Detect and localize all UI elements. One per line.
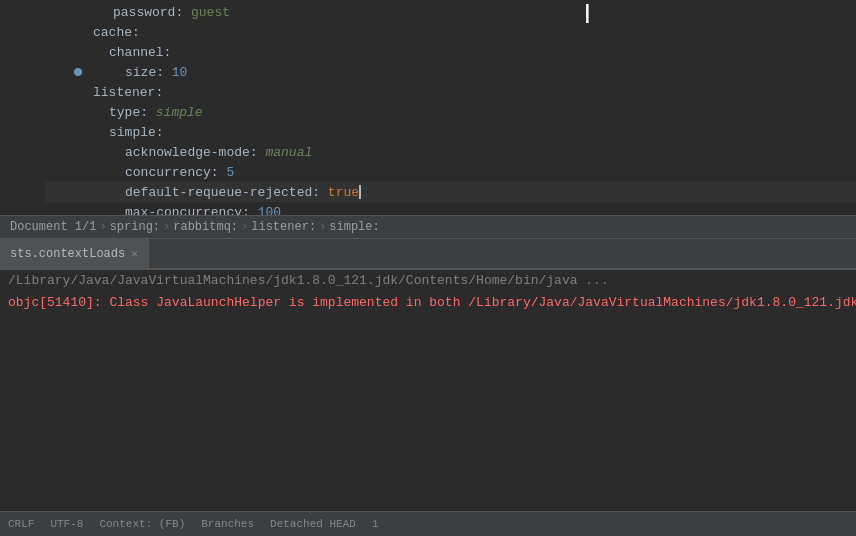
- code-value: 5: [226, 165, 234, 180]
- code-key: acknowledge-mode:: [125, 145, 265, 160]
- gutter: [45, 122, 90, 142]
- code-key: password:: [113, 5, 191, 20]
- code-line: listener:: [45, 82, 856, 102]
- console-line-2: objc[51410]: Class JavaLaunchHelper is i…: [0, 292, 856, 314]
- bottom-bar-branches[interactable]: Branches: [201, 518, 254, 530]
- tab-label: sts.contextLoads: [10, 247, 125, 261]
- code-value: guest: [191, 5, 230, 20]
- console-line-1: /Library/Java/JavaVirtualMachines/jdk1.8…: [0, 270, 856, 292]
- breadcrumb-listener: listener:: [251, 220, 316, 234]
- code-key: simple:: [109, 125, 164, 140]
- code-line: channel:: [45, 42, 856, 62]
- code-line: acknowledge-mode: manual: [45, 142, 856, 162]
- code-key: cache:: [93, 25, 140, 40]
- breadcrumb-rabbitmq: rabbitmq:: [173, 220, 238, 234]
- gutter: [45, 102, 90, 122]
- code-line: concurrency: 5: [45, 162, 856, 182]
- bottom-bar-detached: Detached HEAD: [270, 518, 356, 530]
- code-value: manual: [265, 145, 312, 160]
- code-line: size: 10: [45, 62, 856, 82]
- tab-close-button[interactable]: ✕: [131, 247, 138, 260]
- text-cursor: [359, 185, 361, 199]
- editor-area: password: guest cache: channel:: [0, 0, 856, 215]
- bottom-bar-encoding[interactable]: UTF-8: [50, 518, 83, 530]
- tabs-bar: sts.contextLoads ✕: [0, 239, 856, 269]
- code-value: true: [328, 185, 359, 200]
- gutter: [45, 162, 90, 182]
- code-key: listener:: [93, 85, 163, 100]
- gutter: [45, 2, 90, 22]
- code-key: default-requeue-rejected:: [125, 185, 328, 200]
- gutter: [45, 182, 90, 202]
- code-key: max-concurrency:: [125, 205, 258, 216]
- code-key: channel:: [109, 45, 171, 60]
- gutter-dot: [74, 68, 82, 76]
- code-key: concurrency:: [125, 165, 226, 180]
- gutter: [45, 42, 90, 62]
- mouse-cursor: ▎: [586, 4, 596, 24]
- code-content: password: guest cache: channel:: [0, 0, 856, 215]
- code-line: type: simple: [45, 102, 856, 122]
- code-line: cache:: [45, 22, 856, 42]
- code-key: type:: [109, 105, 156, 120]
- code-value: 10: [172, 65, 188, 80]
- bottom-bar-crlf[interactable]: CRLF: [8, 518, 34, 530]
- bottom-bar: CRLF UTF-8 Context: (FB) Branches Detach…: [0, 511, 856, 536]
- breadcrumb-doc: Document 1/1: [10, 220, 96, 234]
- breadcrumb-bar: Document 1/1 › spring: › rabbitmq: › lis…: [0, 215, 856, 239]
- code-value: simple: [156, 105, 203, 120]
- bottom-bar-context: Context: (FB): [99, 518, 185, 530]
- code-line: simple:: [45, 122, 856, 142]
- gutter: [45, 202, 90, 215]
- gutter: [45, 82, 90, 102]
- console-area: /Library/Java/JavaVirtualMachines/jdk1.8…: [0, 270, 856, 500]
- gutter: [45, 22, 90, 42]
- code-value: 100: [258, 205, 281, 216]
- bottom-bar-number: 1: [372, 518, 379, 530]
- gutter: [45, 62, 90, 82]
- code-line: password: guest: [45, 2, 856, 22]
- code-line-highlighted: default-requeue-rejected: true: [45, 182, 856, 202]
- breadcrumb-spring: spring:: [110, 220, 160, 234]
- code-line: max-concurrency: 100: [45, 202, 856, 215]
- tab-sts-context-loads[interactable]: sts.contextLoads ✕: [0, 239, 149, 268]
- code-key: size:: [125, 65, 172, 80]
- gutter: [45, 142, 90, 162]
- breadcrumb-simple: simple:: [329, 220, 379, 234]
